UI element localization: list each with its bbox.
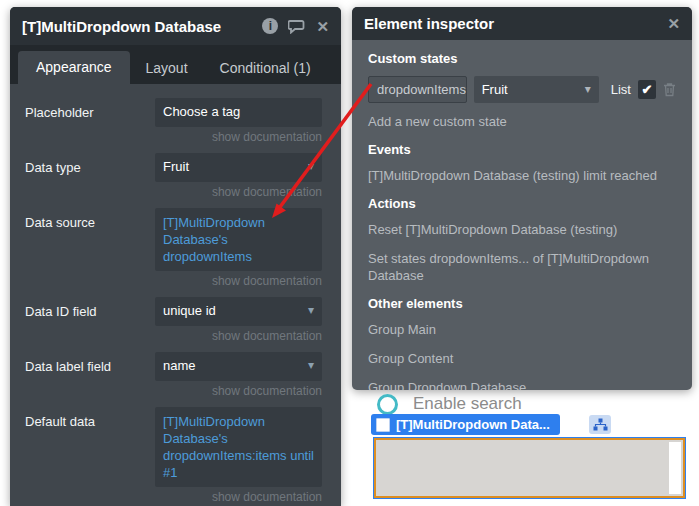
- trash-icon[interactable]: [663, 82, 676, 97]
- comment-bubble-icon[interactable]: [288, 19, 306, 34]
- field-row-placeholder: Placeholder Choose a tag show documentat…: [25, 98, 322, 153]
- show-documentation-link[interactable]: show documentation: [155, 130, 322, 144]
- other-element-item[interactable]: Group Content: [368, 350, 676, 367]
- action-item[interactable]: Set states dropdownItems... of [T]MultiD…: [368, 250, 676, 284]
- inspector-titlebar[interactable]: Element inspector ✕: [352, 7, 692, 40]
- field-label: Placeholder: [25, 98, 155, 153]
- hierarchy-icon: [593, 418, 608, 431]
- property-editor-titlebar[interactable]: [T]MultiDropdown Database i ✕: [10, 7, 341, 45]
- data-type-dropdown[interactable]: Fruit: [155, 153, 322, 182]
- custom-state-row: dropdownItems Fruit List ✔: [368, 76, 676, 103]
- action-item[interactable]: Reset [T]MultiDropdown Database (testing…: [368, 221, 676, 238]
- list-checkbox[interactable]: ✔: [638, 80, 656, 99]
- selected-element-name: [T]MultiDropdown Data...: [396, 417, 550, 432]
- close-icon[interactable]: ✕: [667, 16, 680, 31]
- list-label: List: [611, 82, 631, 97]
- other-element-item[interactable]: Group Dropdown Database: [368, 379, 676, 390]
- tab-appearance[interactable]: Appearance: [18, 51, 130, 84]
- actions-header: Actions: [368, 196, 676, 211]
- field-row-data-type: Data type Fruit show documentation: [25, 153, 322, 208]
- show-documentation-link[interactable]: show documentation: [155, 274, 322, 288]
- add-custom-state-link[interactable]: Add a new custom state: [368, 113, 676, 130]
- field-label: Data type: [25, 153, 155, 208]
- other-elements-header: Other elements: [368, 296, 676, 311]
- field-label: Default data: [25, 407, 155, 506]
- element-checkbox-icon: [376, 418, 390, 432]
- element-tree-button[interactable]: [589, 415, 611, 434]
- state-name-input[interactable]: dropdownItems: [368, 76, 467, 103]
- other-element-item[interactable]: Group Main: [368, 321, 676, 338]
- field-row-default-data: Default data [T]MultiDropdown Database's…: [25, 407, 322, 506]
- element-scroll-strip: [669, 442, 681, 494]
- show-documentation-link[interactable]: show documentation: [155, 384, 322, 398]
- placeholder-input[interactable]: Choose a tag: [155, 98, 322, 127]
- data-label-dropdown[interactable]: name: [155, 352, 322, 381]
- multidropdown-element[interactable]: [373, 437, 686, 499]
- data-id-dropdown[interactable]: unique id: [155, 297, 322, 326]
- inspector-title: Element inspector: [364, 15, 667, 32]
- field-row-data-id: Data ID field unique id show documentati…: [25, 297, 322, 352]
- events-header: Events: [368, 142, 676, 157]
- close-icon[interactable]: ✕: [316, 19, 329, 34]
- selected-element-badge[interactable]: [T]MultiDropdown Data...: [371, 414, 560, 435]
- field-label: Data ID field: [25, 297, 155, 352]
- show-documentation-link[interactable]: show documentation: [155, 490, 322, 504]
- enable-search-canvas-label: Enable search: [413, 394, 522, 414]
- show-documentation-link[interactable]: show documentation: [155, 185, 322, 199]
- data-source-expression[interactable]: [T]MultiDropdown Database's dropdownItem…: [155, 208, 322, 271]
- enable-search-radio[interactable]: [377, 394, 398, 415]
- field-row-data-label: Data label field name show documentation: [25, 352, 322, 407]
- custom-states-header: Custom states: [368, 51, 676, 66]
- field-label: Data source: [25, 208, 155, 297]
- tab-layout[interactable]: Layout: [130, 53, 204, 84]
- event-item[interactable]: [T]MultiDropdown Database (testing) limi…: [368, 167, 676, 184]
- property-editor-title: [T]MultiDropdown Database: [22, 18, 262, 35]
- info-icon[interactable]: i: [262, 18, 278, 34]
- tab-strip: Appearance Layout Conditional (1): [10, 45, 341, 84]
- element-inspector-panel: Element inspector ✕ Custom states dropdo…: [352, 7, 692, 390]
- tab-conditional[interactable]: Conditional (1): [204, 53, 327, 84]
- field-label: Data label field: [25, 352, 155, 407]
- property-editor-panel: [T]MultiDropdown Database i ✕ Appearance…: [10, 7, 341, 506]
- state-type-dropdown[interactable]: Fruit: [474, 76, 599, 103]
- show-documentation-link[interactable]: show documentation: [155, 329, 322, 343]
- default-data-expression[interactable]: [T]MultiDropdown Database's dropdownItem…: [155, 407, 322, 487]
- field-row-data-source: Data source [T]MultiDropdown Database's …: [25, 208, 322, 297]
